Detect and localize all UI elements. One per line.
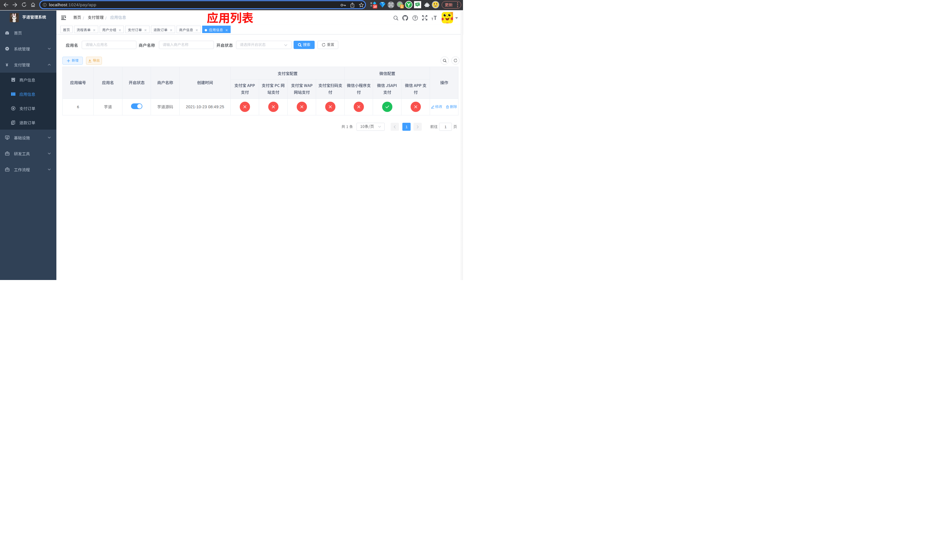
svg-text:10: 10 bbox=[373, 5, 377, 8]
svg-text:1: 1 bbox=[401, 5, 403, 8]
